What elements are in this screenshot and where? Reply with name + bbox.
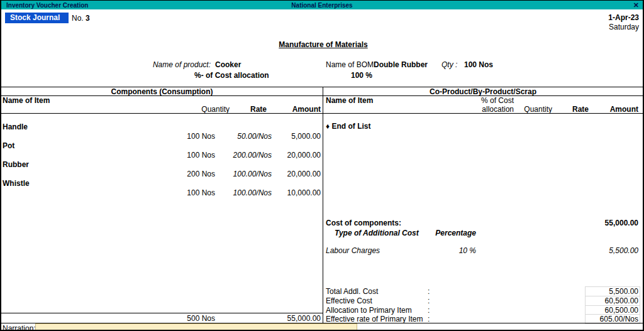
percentage-header: Percentage xyxy=(426,229,476,237)
cost-allocation-label: %- of Cost allocation xyxy=(194,71,269,80)
summary-colon: : xyxy=(428,287,430,296)
right-col-pct-line1: % of Cost xyxy=(473,96,514,105)
left-table-title: Components (Consumption) xyxy=(1,87,323,96)
additional-cost-pct[interactable]: 10 % xyxy=(426,246,476,255)
left-col-quantity: Quantity xyxy=(192,105,230,114)
item-amount: 10,000.00 xyxy=(270,188,321,197)
summary-value: 5,500.00 xyxy=(585,286,640,296)
voucher-date[interactable]: 1-Apr-23 xyxy=(608,13,639,22)
voucher-day: Saturday xyxy=(609,23,639,31)
bom-label: Name of BOM: xyxy=(326,60,375,69)
item-amount: 20,000.00 xyxy=(270,151,321,160)
qty-value[interactable]: 100 Nos xyxy=(464,60,493,69)
bom-value[interactable]: Double Rubber xyxy=(374,60,428,69)
additional-cost-header: Type of Additional Cost xyxy=(335,229,419,237)
item-amount: 5,000.00 xyxy=(270,132,321,141)
item-rate[interactable]: 200.00/Nos xyxy=(221,151,272,160)
end-of-list-item[interactable]: ♦ End of List xyxy=(326,122,370,131)
left-col-amount: Amount xyxy=(277,105,321,114)
summary-colon: : xyxy=(428,306,430,315)
right-table-title: Co-Product/By-Product/Scrap xyxy=(323,87,643,96)
product-value[interactable]: Cooker xyxy=(215,60,241,69)
right-col-amount: Amount xyxy=(594,105,638,114)
item-amount: 20,000.00 xyxy=(270,170,321,178)
item-quantity[interactable]: 100 Nos xyxy=(152,132,215,141)
summary-colon: : xyxy=(428,315,430,323)
additional-cost-amount: 5,500.00 xyxy=(585,246,638,255)
inventory-voucher-window: Inventory Voucher Creation National Ente… xyxy=(0,0,644,331)
left-col-rate: Rate xyxy=(242,105,267,114)
summary-label: Effective rate of Primary Item xyxy=(326,315,423,323)
total-amount: 55,000.00 xyxy=(270,314,321,323)
item-quantity[interactable]: 100 Nos xyxy=(152,188,215,197)
item-name[interactable]: Rubber xyxy=(3,160,29,169)
item-rate[interactable]: 100.00/Nos xyxy=(221,188,272,197)
title-bar: Inventory Voucher Creation National Ente… xyxy=(1,1,643,9)
summary-colon: : xyxy=(428,296,430,305)
item-rate[interactable]: 50.00/Nos xyxy=(221,132,272,141)
left-col-name: Name of Item xyxy=(3,96,50,105)
narration-input[interactable] xyxy=(35,323,357,331)
voucher-no-label: No. xyxy=(72,14,84,23)
item-name[interactable]: Handle xyxy=(3,122,28,131)
narration-label: Narration: xyxy=(3,324,36,331)
cost-of-components-label: Cost of components: xyxy=(326,219,401,227)
item-quantity[interactable]: 100 Nos xyxy=(152,151,215,160)
item-name[interactable]: Pot xyxy=(3,141,14,150)
table-divider-line xyxy=(323,87,323,323)
summary-value: 60,500.00 xyxy=(585,296,640,306)
right-col-pct-line2: allocation xyxy=(473,105,514,114)
voucher-no-value[interactable]: 3 xyxy=(86,14,90,23)
summary-label: Effective Cost xyxy=(326,296,372,305)
end-of-list-label: End of List xyxy=(331,122,370,131)
item-quantity[interactable]: 200 Nos xyxy=(152,170,215,178)
summary-label: Allocation to Primary Item xyxy=(326,306,412,315)
product-label: Name of product: xyxy=(114,60,211,69)
company-name: National Enterprises xyxy=(1,2,643,9)
voucher-type-button[interactable]: Stock Journal xyxy=(5,13,69,23)
item-name[interactable]: Whistle xyxy=(3,179,30,188)
totals-line xyxy=(1,313,323,313)
qty-label: Qty : xyxy=(441,60,457,69)
right-col-rate: Rate xyxy=(558,105,589,114)
summary-label: Total Addl. Cost xyxy=(326,287,378,296)
item-rate[interactable]: 100.00/Nos xyxy=(221,170,272,178)
cost-of-components-value: 55,000.00 xyxy=(585,219,638,227)
diamond-icon: ♦ xyxy=(326,122,330,131)
right-col-name: Name of Item xyxy=(326,96,373,105)
cost-allocation-value[interactable]: 100 % xyxy=(351,71,372,80)
additional-cost-name[interactable]: Labour Charges xyxy=(326,246,380,255)
form-title: Manufacture of Materials xyxy=(279,40,367,49)
close-icon[interactable]: ✕ xyxy=(633,1,639,9)
total-quantity: 500 Nos xyxy=(152,314,215,323)
right-col-quantity: Quantity xyxy=(521,105,552,114)
